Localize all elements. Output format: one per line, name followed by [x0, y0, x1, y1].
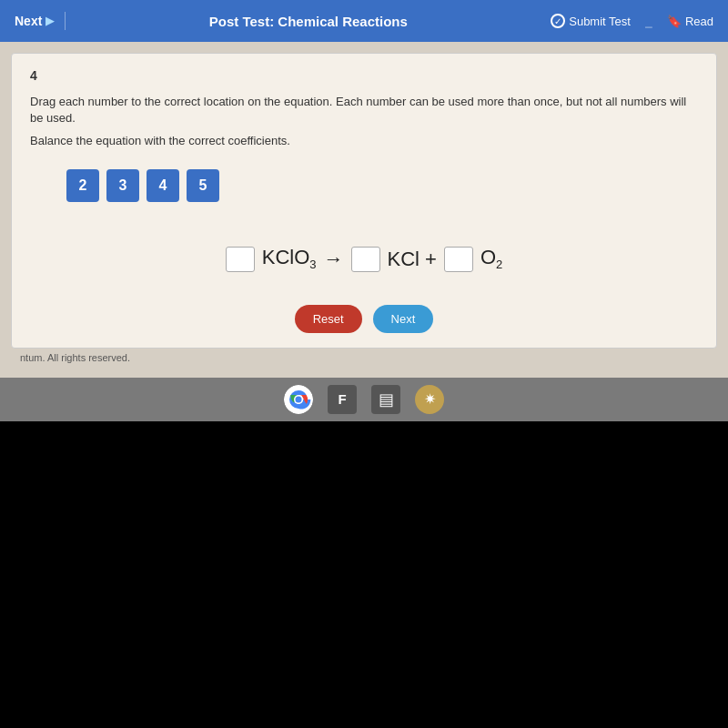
- instruction-main: Drag each number to the correct location…: [30, 94, 698, 126]
- read-label: Read: [685, 15, 713, 28]
- equation-product1: KCl +: [388, 248, 437, 271]
- drop-box-product1[interactable]: [351, 247, 380, 272]
- question-number: 4: [30, 68, 698, 83]
- submit-label: Submit Test: [569, 15, 631, 28]
- read-button[interactable]: 🔖 Read: [667, 15, 713, 28]
- nav-divider: [65, 12, 66, 30]
- next-label: Next: [15, 14, 42, 28]
- read-icon: 🔖: [667, 15, 682, 28]
- arrow-symbol: →: [324, 248, 344, 271]
- instruction-sub: Balance the equation with the correct co…: [30, 134, 698, 147]
- chrome-icon[interactable]: [284, 385, 313, 414]
- dots-icon[interactable]: ✷: [415, 385, 444, 414]
- tile-4[interactable]: 4: [147, 169, 179, 202]
- main-content: 4 Drag each number to the correct locati…: [0, 42, 728, 378]
- page-title: Post Test: Chemical Reactions: [76, 14, 540, 29]
- drop-box-product2[interactable]: [444, 247, 473, 272]
- submit-test-button[interactable]: ✓ Submit Test: [551, 14, 631, 28]
- taskbar: F ▤ ✷: [0, 378, 728, 421]
- svg-point-2: [296, 396, 302, 402]
- black-area: [0, 421, 728, 728]
- equation-product2: O2: [480, 246, 502, 271]
- tile-3[interactable]: 3: [106, 169, 139, 202]
- equation-reactant: KClO3: [262, 246, 317, 271]
- tile-5[interactable]: 5: [187, 169, 219, 202]
- subscript-2: 2: [496, 258, 502, 272]
- navbar: Next ▶ Post Test: Chemical Reactions ✓ S…: [0, 0, 728, 42]
- nav-separator: ⎯: [645, 15, 652, 28]
- nav-next-button[interactable]: Next ▶: [15, 14, 54, 28]
- screen-taskbar-icon[interactable]: ▤: [371, 385, 400, 414]
- footer: ntum. All rights reserved.: [11, 349, 717, 367]
- reset-button[interactable]: Reset: [295, 305, 362, 333]
- buttons-row: Reset Next: [30, 305, 698, 333]
- submit-icon: ✓: [551, 14, 565, 28]
- tile-2[interactable]: 2: [66, 169, 99, 202]
- next-button[interactable]: Next: [373, 305, 434, 333]
- equation-area: KClO3 → KCl + O2: [30, 246, 698, 271]
- nav-right: ✓ Submit Test ⎯ 🔖 Read: [551, 14, 713, 28]
- question-card: 4 Drag each number to the correct locati…: [11, 53, 717, 349]
- nav-arrow-icon: ▶: [46, 15, 54, 27]
- drop-box-reactant[interactable]: [226, 247, 255, 272]
- f-icon[interactable]: F: [328, 385, 357, 414]
- tiles-row: 2 3 4 5: [30, 169, 698, 202]
- subscript-3: 3: [309, 258, 316, 272]
- footer-text: ntum. All rights reserved.: [20, 352, 130, 363]
